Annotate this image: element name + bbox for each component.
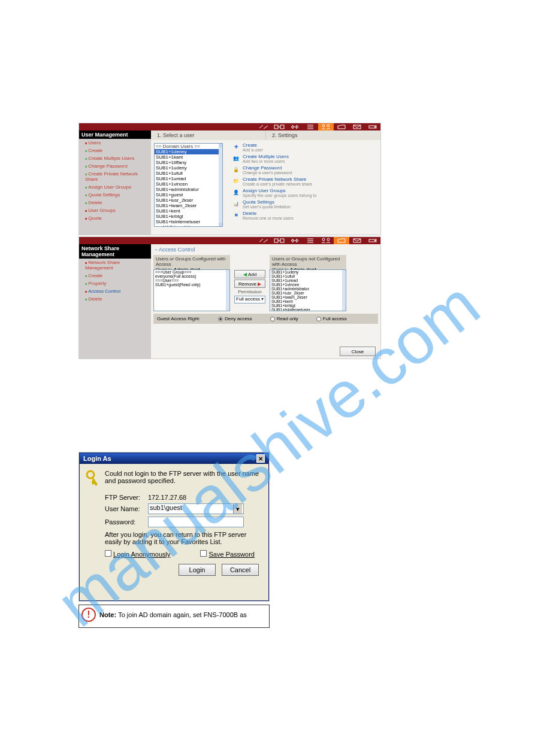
configured-title-1: Users or Groups Configured with Access — [156, 256, 228, 267]
setting-create-private[interactable]: Create Private Network Share — [243, 177, 312, 182]
nav-nsm[interactable]: Network Share Management — [79, 259, 151, 272]
setting-delete[interactable]: Delete — [243, 211, 294, 216]
cancel-button[interactable]: Cancel — [222, 564, 259, 576]
setting-desc: Change a user's password — [243, 171, 292, 175]
nav-delete[interactable]: Delete — [79, 199, 151, 207]
add-button[interactable]: ◀Add — [234, 270, 265, 278]
list-item[interactable]: SUB1+1ufull — [155, 171, 222, 176]
setting-desc: Create a user's private network share — [243, 182, 312, 186]
list-item[interactable]: SUB1+1udeny — [270, 270, 346, 274]
toolbar-mail-icon[interactable] — [349, 123, 365, 130]
content-pane-2: Access Control Users or Groups Configure… — [151, 244, 380, 359]
remove-button[interactable]: Remove▶ — [234, 280, 265, 288]
scrollbar[interactable] — [226, 270, 229, 311]
radio-deny[interactable]: Deny access — [218, 316, 252, 321]
nav-delete-2[interactable]: Delete — [79, 295, 151, 303]
toolbar-users-icon[interactable] — [318, 123, 334, 130]
list-item[interactable]: SUB1+iwam_2kser — [270, 295, 346, 299]
list-item[interactable]: SUB1+1kant — [155, 154, 222, 160]
setting-create-multiple[interactable]: Create Multiple Users — [243, 154, 289, 159]
toolbar-disk-icon[interactable] — [365, 237, 380, 244]
nav-create-2[interactable]: Create — [79, 272, 151, 280]
user-listbox[interactable]: == Domain Users == SUB1+1denny SUB1+1kan… — [154, 143, 223, 227]
toolbar-list-icon[interactable] — [303, 123, 318, 130]
password-input[interactable] — [148, 517, 244, 527]
list-item[interactable]: SUB1+iwam_2kser — [155, 203, 222, 208]
svg-rect-13 — [374, 240, 376, 241]
toolbar-list-icon[interactable] — [303, 237, 318, 244]
list-item[interactable]: SUB1+1vincen — [155, 181, 222, 187]
list-item[interactable]: SUB1+iusr_2kser — [270, 291, 346, 295]
list-item[interactable]: SUB1+guest — [155, 192, 222, 198]
svg-rect-7 — [274, 239, 278, 242]
dialog-title: Login As — [83, 455, 111, 462]
toolbar-folder-icon[interactable] — [334, 237, 349, 244]
radio-read-label: Read only — [277, 316, 298, 321]
setting-quota[interactable]: Quota Settings — [243, 199, 291, 205]
save-password-checkbox[interactable]: Save Password — [200, 550, 255, 558]
toolbar-users-icon[interactable] — [318, 237, 334, 244]
toolbar-server-icon[interactable] — [271, 237, 287, 244]
list-item[interactable]: SUB1+1uread — [270, 278, 346, 283]
toolbar-network-icon[interactable] — [287, 123, 303, 130]
anonymous-checkbox[interactable]: Login Anonymously — [105, 550, 170, 558]
step-select-user: 1. Select a user — [151, 130, 265, 140]
unconfigured-list[interactable]: SUB1+1udeny SUB1+1ufull SUB1+1uread SUB1… — [270, 269, 346, 311]
toolbar-server-icon[interactable] — [271, 123, 287, 130]
list-item[interactable]: SUB1+1udeny — [155, 165, 222, 171]
toolbar-disk-icon[interactable] — [365, 123, 380, 130]
list-item[interactable]: SUB1+krbtgt — [155, 214, 222, 219]
configured-list[interactable]: ===User Group=== everyone(Full access) =… — [153, 269, 230, 311]
scrollbar[interactable] — [219, 144, 222, 226]
nav-access-control[interactable]: Access Control — [79, 287, 151, 295]
nav-create-multiple[interactable]: Create Multiple Users — [79, 154, 151, 162]
permission-select[interactable]: Full access — [234, 296, 265, 303]
list-item[interactable]: everyone(Full access) — [154, 274, 229, 278]
close-icon[interactable]: ✕ — [256, 454, 265, 463]
list-item[interactable]: SUB1+tsinternetuser — [155, 219, 222, 224]
toolbar-folder-icon[interactable] — [334, 123, 349, 130]
toolbar-network-icon[interactable] — [287, 237, 303, 244]
list-item[interactable]: ===User=== — [154, 278, 229, 283]
list-item[interactable]: SUB1+kent — [270, 299, 346, 303]
setting-assign-groups[interactable]: Assign User Groups — [243, 188, 316, 193]
list-item[interactable]: SUB1+1uread — [155, 176, 222, 181]
toolbar-icon-1[interactable] — [256, 237, 271, 244]
toolbar-icon-1[interactable] — [256, 123, 271, 130]
list-item[interactable]: SUB1+guest(Read only) — [154, 283, 229, 287]
list-item[interactable]: SUB1+1tiffany — [155, 160, 222, 165]
list-item[interactable]: SUB1+1denny — [155, 149, 222, 154]
list-item[interactable]: SUB1+kent — [155, 208, 222, 214]
nav-quota[interactable]: Quota — [79, 214, 151, 222]
nav-user-groups[interactable]: User Groups — [79, 207, 151, 214]
nav-property[interactable]: Property — [79, 280, 151, 287]
note-box: ! Note: To join AD domain again, set FNS… — [78, 605, 270, 628]
list-item[interactable]: SUB1+iusr_2kser — [155, 198, 222, 203]
nav-create[interactable]: Create — [79, 147, 151, 154]
username-input[interactable]: sub1\guest — [148, 503, 244, 514]
setting-create[interactable]: Create — [243, 142, 263, 148]
radio-full[interactable]: Full access — [316, 316, 347, 321]
close-button[interactable]: Close — [340, 347, 376, 356]
list-item[interactable]: SUB1+1ufull — [270, 274, 346, 278]
nav-users[interactable]: Users — [79, 139, 151, 147]
list-item[interactable]: SUB1+administrator — [270, 287, 346, 291]
guest-access-row: Guest Access Right: Deny access Read onl… — [153, 314, 378, 324]
toolbar-mail-icon[interactable] — [349, 237, 365, 244]
list-item[interactable]: SUB1+tsinternetuser — [270, 308, 346, 311]
nav-quota-settings[interactable]: Quota Settings — [79, 191, 151, 199]
radio-read[interactable]: Read only — [270, 316, 298, 321]
anonymous-label: Login Anonymously — [113, 551, 170, 558]
list-item[interactable]: SUB1+administrator — [155, 187, 222, 192]
network-share-window: Network Share Management Network Share M… — [78, 236, 381, 359]
login-button[interactable]: Login — [179, 564, 216, 576]
list-item[interactable]: SUB1+krbtgt — [270, 303, 346, 308]
nav-assign-groups[interactable]: Assign User Groups — [79, 183, 151, 191]
setting-change-password[interactable]: Change Password — [243, 165, 292, 171]
nav-change-password[interactable]: Change Password — [79, 162, 151, 170]
scrollbar[interactable] — [342, 270, 346, 311]
list-item[interactable]: ===User Group=== — [154, 270, 229, 274]
nav-create-private[interactable]: Create Private Network Share — [79, 170, 151, 183]
list-item[interactable]: SUB1+1vincen — [270, 283, 346, 287]
nav-sidebar-2: Network Share Management Network Share M… — [79, 244, 151, 359]
